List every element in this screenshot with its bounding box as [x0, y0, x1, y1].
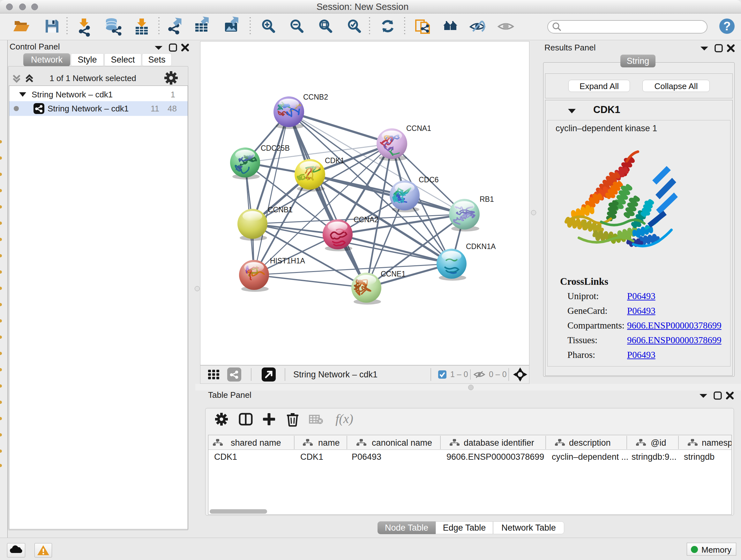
svg-text:description: description: [569, 438, 611, 448]
svg-text:f(x): f(x): [335, 412, 353, 426]
svg-text:@id: @id: [651, 438, 666, 448]
svg-text:database identifier: database identifier: [464, 438, 534, 448]
svg-text:namespac: namespac: [702, 438, 731, 448]
svg-text:CCNB2: CCNB2: [303, 93, 328, 101]
svg-text:shared name: shared name: [231, 438, 281, 448]
svg-text:CCNA2: CCNA2: [354, 215, 379, 224]
svg-text:CDC25B: CDC25B: [261, 144, 290, 152]
svg-text:CCNE1: CCNE1: [381, 270, 406, 278]
svg-text:0 – 0: 0 – 0: [489, 370, 507, 379]
svg-text:CCNA1: CCNA1: [406, 124, 431, 132]
svg-text:CCNB1: CCNB1: [268, 206, 293, 214]
svg-text:String Network – cdk1: String Network – cdk1: [293, 370, 378, 379]
svg-text:1 – 0: 1 – 0: [450, 370, 468, 379]
svg-text:CDC6: CDC6: [419, 176, 439, 184]
svg-text:HIST1H1A: HIST1H1A: [270, 257, 306, 265]
svg-text:CDK1: CDK1: [325, 157, 344, 165]
svg-text:name: name: [318, 438, 340, 448]
svg-text:CDKN1A: CDKN1A: [466, 242, 496, 251]
svg-text:?: ?: [723, 19, 731, 33]
svg-text:canonical name: canonical name: [372, 438, 432, 448]
svg-text:RB1: RB1: [480, 195, 494, 203]
